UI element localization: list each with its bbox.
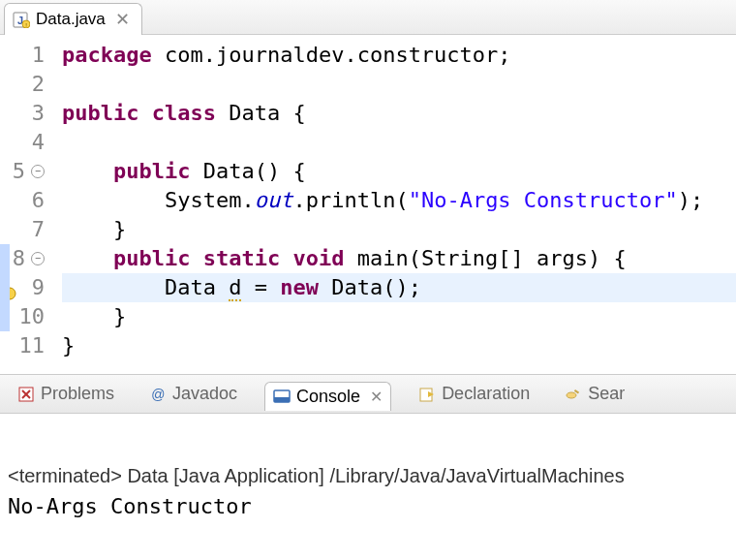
code-line[interactable]: System.out.println("No-Args Constructor"… <box>62 186 736 215</box>
tab-search[interactable]: Sear <box>557 380 632 408</box>
code-line[interactable]: Data d = new Data(); <box>62 273 736 302</box>
fold-icon[interactable]: − <box>31 165 45 178</box>
code-line[interactable]: public static void main(String[] args) { <box>62 244 736 273</box>
line-number: 6 <box>4 186 45 215</box>
editor-tab-bar: J ! Data.java ✕ <box>0 0 736 35</box>
line-number: 11 <box>4 331 45 360</box>
tab-problems[interactable]: Problems <box>10 380 122 408</box>
line-number: 5− <box>4 157 45 186</box>
code-line[interactable]: } <box>62 331 736 360</box>
line-number: 7 <box>4 215 45 244</box>
javadoc-icon: @ <box>149 386 167 403</box>
svg-text:@: @ <box>151 387 165 402</box>
code-line[interactable]: public Data() { <box>62 157 736 186</box>
tab-javadoc-label: Javadoc <box>172 384 237 404</box>
line-number: 8− <box>4 244 45 273</box>
line-number: 3 <box>4 99 45 128</box>
bottom-panel: Problems @ Javadoc Console ✕ Declaration <box>0 374 736 528</box>
line-number: 1 <box>4 41 45 70</box>
console-output: No-Args Constructor <box>8 493 728 520</box>
line-number: 2 <box>4 70 45 99</box>
fold-icon[interactable]: − <box>31 252 45 265</box>
change-strip <box>0 244 10 273</box>
code-line[interactable]: public class Data { <box>62 99 736 128</box>
panel-tab-bar: Problems @ Javadoc Console ✕ Declaration <box>0 375 736 414</box>
code-line[interactable]: package com.journaldev.constructor; <box>62 41 736 70</box>
console-body: <terminated> Data [Java Application] /Li… <box>0 414 736 528</box>
svg-rect-11 <box>274 397 290 402</box>
svg-point-13 <box>567 392 576 398</box>
console-header: <terminated> Data [Java Application] /Li… <box>8 462 728 489</box>
code-line[interactable]: } <box>62 215 736 244</box>
line-number: 4 <box>4 128 45 157</box>
code-line[interactable]: } <box>62 302 736 331</box>
change-strip <box>0 302 10 331</box>
change-strip <box>0 273 10 302</box>
line-number: 10 <box>4 302 45 331</box>
tab-search-label: Sear <box>588 384 625 404</box>
tab-problems-label: Problems <box>41 384 114 404</box>
java-file-icon: J ! <box>13 11 30 28</box>
tab-console[interactable]: Console ✕ <box>264 382 391 411</box>
close-icon[interactable]: ✕ <box>370 388 383 406</box>
line-number: 9 <box>4 273 45 302</box>
problems-icon <box>17 386 35 403</box>
declaration-icon <box>418 386 436 403</box>
code-area[interactable]: package com.journaldev.constructor;publi… <box>50 35 736 374</box>
tab-javadoc[interactable]: @ Javadoc <box>141 380 245 408</box>
console-icon <box>273 388 291 405</box>
editor-tab-label: Data.java <box>36 10 106 29</box>
code-editor[interactable]: 12345−678−91011 package com.journaldev.c… <box>0 35 736 374</box>
code-line[interactable] <box>62 128 736 157</box>
code-line[interactable] <box>62 70 736 99</box>
tab-console-label: Console <box>296 387 360 407</box>
tab-declaration-label: Declaration <box>442 384 530 404</box>
close-icon[interactable]: ✕ <box>115 9 130 30</box>
editor-tab[interactable]: J ! Data.java ✕ <box>4 3 142 35</box>
search-icon <box>565 386 582 403</box>
tab-declaration[interactable]: Declaration <box>411 380 537 408</box>
